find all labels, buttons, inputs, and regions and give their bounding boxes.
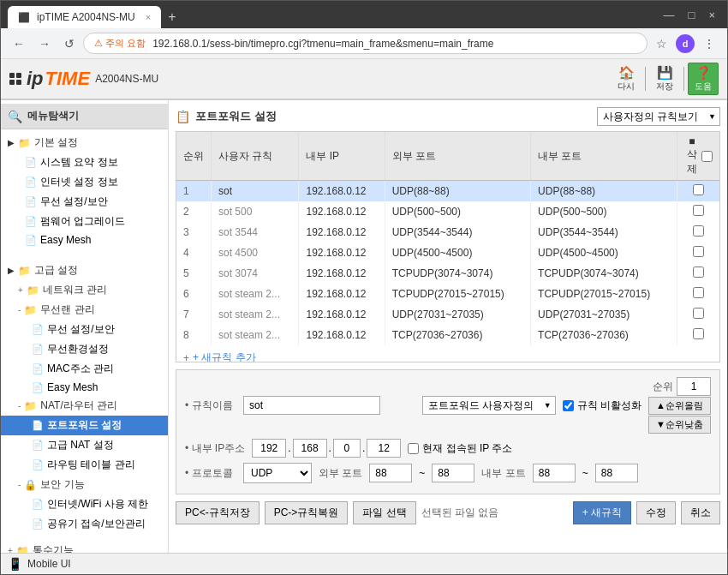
rule-name-input[interactable] [243,396,380,415]
pf-table: 순위 사용자 규칙 내부 IP 외부 포트 내부 포트 ■삭제 [176,132,719,345]
tab-area: ⬛ ipTIME A2004NS-MU × + [8,1,182,28]
row-delete-checkbox[interactable] [693,267,704,278]
browser-chrome: ⬛ ipTIME A2004NS-MU × + — □ × [1,1,727,28]
row-delete-checkbox[interactable] [693,287,704,298]
row-del[interactable] [677,222,719,243]
file-select-button[interactable]: 파일 선택 [353,501,415,524]
sidebar-item-access-security[interactable]: 📄 공유기 접속/보안관리 [1,514,168,534]
row-del[interactable] [677,263,719,284]
cancel-button[interactable]: 취소 [681,501,720,524]
basic-settings-label: 기본 설정 [34,135,78,150]
close-button[interactable]: × [703,9,720,21]
table-row[interactable]: 5 sot 3074 192.168.0.12 TCPUDP(3074~3074… [176,263,719,284]
misc-header[interactable]: + 📁 통수기능 [1,541,168,553]
row-del[interactable] [677,181,719,202]
home-button[interactable]: 🏠 다시 [611,63,641,95]
table-row[interactable]: 1 sot 192.168.0.12 UDP(88~88) UDP(88~88) [176,181,719,202]
table-row[interactable]: 2 sot 500 192.168.0.12 UDP(500~500) UDP(… [176,201,719,222]
protocol-select[interactable]: UDP TCP TCPUDP [243,463,312,483]
mobile-ui-label[interactable]: Mobile UI [27,558,71,570]
view-select-wrapper[interactable]: 사용자정의 규칙보기 전체 규칙보기 ▼ [597,107,720,126]
ip-part1-input[interactable] [252,439,286,458]
minimize-button[interactable]: — [659,9,680,21]
restore-button[interactable]: □ [683,9,701,21]
sidebar-item-wireless-env[interactable]: 📄 무선환경설정 [1,339,168,359]
ext-port-to-input[interactable] [432,464,474,482]
forward-button[interactable]: → [33,33,56,54]
profile-badge[interactable]: d [676,34,695,53]
new-rule-button[interactable]: + 새규칙 [573,501,631,524]
row-delete-checkbox[interactable] [693,184,704,195]
row-delete-checkbox[interactable] [693,246,704,257]
add-rule-row[interactable]: + + 새규칙 추가 [176,345,719,362]
portforward-type-select[interactable]: 포트포워드 사용자정의 [422,396,556,415]
sidebar-item-internet-settings[interactable]: 📄 인터넷 설정 정보 [1,172,168,192]
sidebar-item-system-summary[interactable]: 📄 시스템 요약 정보 [1,153,168,172]
sidebar-item-wireless-settings[interactable]: 📄 무선 설정/보안 [1,320,168,339]
help-button[interactable]: ❓ 도움 [688,63,719,95]
sidebar-item-wireless-security[interactable]: 📄 무선 설정/보안 [1,192,168,212]
current-ip-checkbox[interactable] [408,443,419,454]
advanced-settings-header[interactable]: ▶ 📁 고급 설정 [1,261,168,280]
row-delete-checkbox[interactable] [693,225,704,237]
active-tab[interactable]: ⬛ ipTIME A2004NS-MU × [8,6,161,28]
sidebar-item-firmware[interactable]: 📄 펌웨어 업그레이드 [1,212,168,231]
row-rule: sot steam 2... [212,325,299,345]
edit-button[interactable]: 수정 [636,501,676,524]
sidebar-item-internet-restriction[interactable]: 📄 인터넷/WiFi 사용 제한 [1,494,168,514]
security-header[interactable]: - 🔒 보안 기능 [1,475,168,494]
disable-rule-checkbox[interactable] [563,400,574,411]
url-bar[interactable]: ⚠ 주의 요함 192.168.0.1/sess-bin/timepro.cgi… [83,33,647,54]
row-ip: 192.168.0.12 [299,181,385,202]
sidebar-item-easymesh-basic[interactable]: 📄 Easy Mesh [1,231,168,249]
ip-part4-input[interactable] [367,439,401,458]
nat-mgmt-header[interactable]: - 📁 NAT/라우터 관리 [1,396,168,416]
save-button[interactable]: 💾 저장 [649,63,680,95]
new-tab-button[interactable]: + [161,6,182,28]
network-mgmt-header[interactable]: + 📁 네트워크 관리 [1,280,168,300]
row-del[interactable] [677,243,719,263]
table-row[interactable]: 4 sot 4500 192.168.0.12 UDP(4500~4500) U… [176,243,719,263]
order-down-button[interactable]: ▼순위낮춤 [648,416,711,434]
sidebar-item-mac-mgmt[interactable]: 📄 MAC주소 관리 [1,359,168,379]
ip-part2-input[interactable] [293,439,327,458]
more-menu-button[interactable]: ⋮ [698,33,720,54]
row-num: 2 [176,201,212,222]
table-row[interactable]: 6 sot steam 2... 192.168.0.12 TCPUDP(270… [176,284,719,304]
menu-toggle-header[interactable]: 🔍 메뉴탐색기 [1,104,168,129]
row-delete-checkbox[interactable] [693,328,704,339]
wireless-mgmt-header[interactable]: - 📁 무선랜 관리 [1,300,168,320]
int-port-to-input[interactable] [595,464,638,482]
pf-title: 📋 포트포워드 설정 [176,109,277,124]
logo-dots [9,73,21,85]
row-delete-checkbox[interactable] [693,308,704,319]
sidebar-item-easymesh-wireless[interactable]: 📄 Easy Mesh [1,379,168,396]
select-all-checkbox[interactable] [701,151,713,162]
order-up-button[interactable]: ▲순위올림 [648,397,711,415]
ext-port-from-input[interactable] [369,464,412,482]
pc-restore-button[interactable]: PC->규칙복원 [265,501,349,524]
tab-title: ipTIME A2004NS-MU [37,11,135,23]
row-delete-checkbox[interactable] [693,205,704,216]
sidebar-item-routing-table[interactable]: 📄 라우팅 테이블 관리 [1,455,168,475]
row-del[interactable] [677,325,719,345]
sidebar-item-nat-advanced[interactable]: 📄 고급 NAT 설정 [1,435,168,455]
reload-button[interactable]: ↺ [59,33,80,54]
table-row[interactable]: 7 sot steam 2... 192.168.0.12 UDP(27031~… [176,304,719,325]
tab-close-button[interactable]: × [146,12,151,22]
order-input[interactable] [677,377,711,396]
bookmark-button[interactable]: ☆ [651,33,672,54]
ip-part3-input[interactable] [333,439,361,458]
row-del[interactable] [677,304,719,325]
back-button[interactable]: ← [8,33,30,54]
sidebar-item-portforward[interactable]: 📄 포트포워드 설정 [1,416,168,435]
view-select[interactable]: 사용자정의 규칙보기 전체 규칙보기 [597,107,720,126]
pc-save-button[interactable]: PC<-규칙저장 [176,501,260,524]
row-del[interactable] [677,284,719,304]
row-del[interactable] [677,201,719,222]
portforward-type-wrapper[interactable]: 포트포워드 사용자정의 ▼ [422,396,556,415]
basic-settings-header[interactable]: ▶ 📁 기본 설정 [1,133,168,153]
table-row[interactable]: 3 sot 3544 192.168.0.12 UDP(3544~3544) U… [176,222,719,243]
int-port-from-input[interactable] [533,464,576,482]
table-row[interactable]: 8 sot steam 2... 192.168.0.12 TCP(27036~… [176,325,719,345]
